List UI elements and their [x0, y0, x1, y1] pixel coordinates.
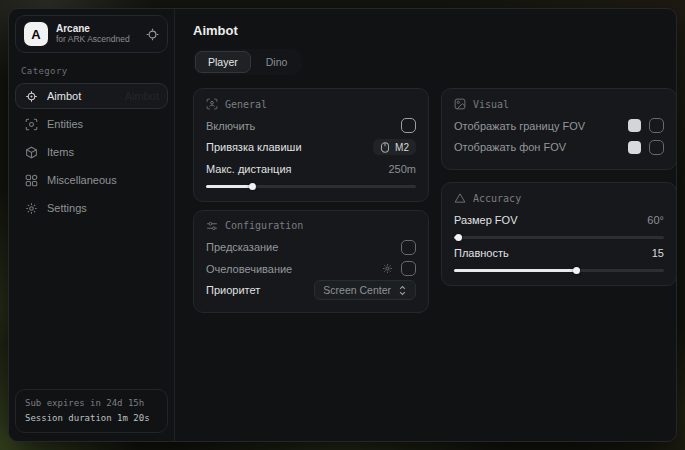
smooth-value: 15 — [652, 247, 664, 259]
configuration-card: Configuration Предсказание Очеловечивани… — [193, 210, 429, 314]
card-title: Visual — [473, 99, 509, 110]
prediction-checkbox[interactable] — [401, 240, 416, 255]
card-title: General — [225, 99, 267, 110]
priority-row: Приоритет Screen Center — [206, 280, 416, 302]
distance-slider[interactable] — [206, 183, 416, 190]
humanize-row: Очеловечивание — [206, 258, 416, 280]
locate-icon[interactable] — [146, 28, 159, 41]
tab-dino[interactable]: Dino — [253, 51, 301, 73]
app-subtitle: for ARK Ascendned — [56, 35, 138, 45]
sidebar-item-label: Entities — [47, 118, 83, 130]
slider-handle[interactable] — [573, 267, 580, 274]
enable-label: Включить — [206, 120, 255, 132]
sub-expiry-text: Sub expires in 24d 15h — [25, 396, 158, 411]
grid-icon — [25, 174, 38, 187]
visual-card: Visual Отображать границу FOV Отображать… — [441, 88, 677, 170]
image-icon — [454, 98, 466, 110]
gear-icon — [25, 202, 38, 215]
prediction-label: Предсказание — [206, 241, 278, 253]
humanize-settings-gear-icon[interactable] — [382, 263, 393, 274]
sidebar-item-miscellaneous[interactable]: Miscellaneous — [15, 167, 168, 193]
session-duration-text: Session duration 1m 20s — [25, 411, 158, 426]
keybind-row: Привязка клавиши M2 — [206, 137, 416, 159]
triangle-icon — [454, 192, 466, 204]
humanize-label: Очеловечивание — [206, 263, 292, 275]
card-title: Accuracy — [473, 193, 521, 204]
priority-label: Приоритет — [206, 284, 260, 296]
page-title: Aimbot — [193, 23, 677, 38]
fov-bg-row: Отображать фон FOV — [454, 137, 664, 159]
sidebar-item-label: Items — [47, 146, 74, 158]
sidebar-item-label: Aimbot — [47, 90, 81, 102]
sidebar-item-label: Miscellaneous — [47, 174, 117, 186]
distance-label: Макс. дистанция — [206, 163, 292, 175]
fov-border-row: Отображать границу FOV — [454, 115, 664, 137]
chevron-up-down-icon — [398, 285, 407, 296]
tab-group: Player Dino — [193, 49, 302, 75]
focus-icon — [206, 98, 218, 110]
category-label: Category — [21, 66, 164, 76]
enable-row: Включить — [206, 115, 416, 137]
crosshair-icon — [25, 90, 38, 103]
sidebar-item-entities[interactable]: Entities — [15, 111, 168, 137]
fov-border-label: Отображать границу FOV — [454, 120, 585, 132]
fov-size-slider[interactable] — [454, 234, 664, 241]
humanize-checkbox[interactable] — [401, 261, 416, 276]
sidebar-item-aimbot[interactable]: Aimbot Aimbot — [15, 83, 168, 109]
cheat-menu-window: A Arcane for ARK Ascendned Category Aimb… — [8, 8, 677, 442]
ghost-text: Aimbot — [125, 90, 159, 102]
slider-handle[interactable] — [455, 234, 462, 241]
sidebar-item-items[interactable]: Items — [15, 139, 168, 165]
fov-bg-checkbox[interactable] — [649, 140, 664, 155]
sidebar: A Arcane for ARK Ascendned Category Aimb… — [9, 9, 175, 441]
fov-bg-color-swatch[interactable] — [628, 141, 641, 154]
fov-size-value: 60° — [647, 214, 664, 226]
slider-handle[interactable] — [249, 183, 256, 190]
tab-player[interactable]: Player — [195, 51, 251, 73]
priority-select[interactable]: Screen Center — [314, 280, 416, 300]
card-title: Configuration — [225, 220, 303, 231]
smooth-slider[interactable] — [454, 267, 664, 274]
sidebar-item-settings[interactable]: Settings — [15, 195, 168, 221]
smooth-row: Плавность 15 — [454, 243, 664, 265]
sidebar-item-label: Settings — [47, 202, 87, 214]
keybind-button[interactable]: M2 — [373, 139, 416, 155]
general-card: General Включить Привязка клавиши — [193, 88, 429, 202]
brand-card: A Arcane for ARK Ascendned — [15, 15, 168, 53]
app-logo: A — [24, 22, 48, 46]
fov-bg-label: Отображать фон FOV — [454, 141, 566, 153]
main-panel: Aimbot Player Dino General — [175, 9, 677, 441]
distance-value: 250m — [388, 163, 416, 175]
subscription-info: Sub expires in 24d 15h Session duration … — [15, 389, 168, 433]
fov-border-color-swatch[interactable] — [628, 119, 641, 132]
smooth-label: Плавность — [454, 247, 509, 259]
distance-row: Макс. дистанция 250m — [206, 158, 416, 180]
keybind-value: M2 — [395, 142, 409, 153]
accuracy-card: Accuracy Размер FOV 60° Плавность 15 — [441, 182, 677, 286]
tune-icon — [206, 220, 218, 232]
fov-border-checkbox[interactable] — [649, 118, 664, 133]
keybind-label: Привязка клавиши — [206, 141, 302, 153]
mouse-icon — [380, 142, 390, 153]
box-icon — [25, 146, 38, 159]
prediction-row: Предсказание — [206, 237, 416, 259]
scan-icon — [25, 118, 38, 131]
priority-value: Screen Center — [323, 284, 391, 296]
fov-size-row: Размер FOV 60° — [454, 209, 664, 231]
fov-size-label: Размер FOV — [454, 214, 517, 226]
enable-checkbox[interactable] — [401, 118, 416, 133]
